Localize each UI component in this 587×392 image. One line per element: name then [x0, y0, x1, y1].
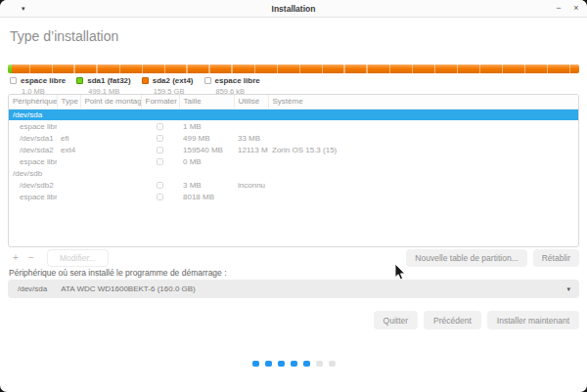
progress-dots — [0, 361, 587, 367]
chevron-down-icon: ▾ — [566, 285, 570, 293]
legend-label: sda2 (ext4) — [153, 76, 194, 85]
partition-toolbar: + − Modifier... Nouvelle table de partit… — [8, 249, 579, 267]
format-checkbox[interactable] — [157, 194, 163, 200]
boot-device-select[interactable]: /dev/sda ATA WDC WD1600BEKT-6 (160.0 GB)… — [8, 280, 579, 298]
legend-item: sda1 (fat32)499.1 MB — [76, 76, 130, 96]
table-row[interactable]: /dev/sda2ext4159540 MB12113 MBZorin OS 1… — [9, 144, 578, 155]
new-partition-table-button[interactable]: Nouvelle table de partition... — [406, 249, 526, 267]
table-row[interactable]: /dev/sdb — [9, 167, 578, 179]
revert-button[interactable]: Rétablir — [533, 249, 579, 267]
installer-window: ▾ Installation − × Type d’installation e… — [0, 0, 587, 392]
legend-item: espace libre1.0 MB — [10, 76, 66, 96]
column-header[interactable]: Périphérique — [9, 95, 57, 109]
format-checkbox[interactable] — [157, 147, 163, 153]
window-menu-icon[interactable]: ▾ — [22, 0, 25, 18]
table-row[interactable]: espace libre8018 MB — [9, 191, 578, 202]
progress-dot — [303, 361, 310, 367]
column-header[interactable]: Formater ? — [141, 95, 179, 109]
minimize-button[interactable]: − — [552, 0, 565, 18]
partition-segment — [12, 65, 579, 73]
legend-label: espace libre — [215, 76, 260, 85]
nav-buttons: Quitter Précédent Installer maintenant — [374, 311, 579, 329]
format-checkbox[interactable] — [157, 182, 163, 189]
window-title: Installation — [0, 4, 587, 14]
quit-button[interactable]: Quitter — [374, 311, 419, 329]
add-partition-button[interactable]: + — [8, 250, 23, 266]
legend-item: sda2 (ext4)159.5 GB — [142, 76, 194, 96]
close-button[interactable]: × — [569, 0, 583, 18]
install-now-button[interactable]: Installer maintenant — [487, 311, 579, 329]
titlebar: ▾ Installation − × — [0, 0, 587, 18]
page-title: Type d’installation — [10, 28, 118, 44]
table-row[interactable]: /dev/sdb23 MBinconnu — [9, 179, 578, 191]
back-button[interactable]: Précédent — [424, 311, 481, 329]
boot-device-value: /dev/sda — [18, 284, 47, 293]
boot-device-description: ATA WDC WD1600BEKT-6 (160.0 GB) — [61, 284, 196, 293]
column-header[interactable]: Utilisé — [234, 95, 268, 109]
table-header-row: PériphériqueTypePoint de montageFormater… — [9, 95, 578, 109]
edit-partition-button[interactable]: Modifier... — [47, 249, 109, 267]
legend-label: espace libre — [21, 76, 66, 85]
format-checkbox[interactable] — [157, 158, 163, 165]
progress-dot — [278, 361, 285, 367]
format-checkbox[interactable] — [157, 135, 163, 142]
progress-dot — [316, 361, 323, 367]
progress-dot — [329, 361, 336, 367]
legend-item: espace libre859.6 kB — [204, 76, 260, 96]
partitions-table[interactable]: PériphériqueTypePoint de montageFormater… — [8, 94, 579, 247]
partition-legend: espace libre1.0 MBsda1 (fat32)499.1 MBsd… — [10, 76, 260, 96]
legend-label: sda1 (fat32) — [87, 76, 130, 85]
progress-dot — [265, 361, 272, 367]
table-row[interactable]: /dev/sda — [9, 109, 578, 120]
remove-partition-button[interactable]: − — [23, 250, 39, 266]
progress-dot — [252, 361, 259, 367]
partition-bar — [8, 65, 579, 73]
progress-dot — [291, 361, 297, 367]
column-header[interactable]: Point de montage — [80, 95, 141, 109]
legend-color-swatch — [142, 77, 149, 84]
boot-device-label: Périphérique où sera installé le program… — [9, 268, 227, 278]
column-header[interactable]: Taille — [179, 95, 234, 109]
column-header[interactable]: Système — [268, 95, 578, 109]
table-row[interactable]: espace libre1 MB — [9, 120, 578, 132]
legend-color-swatch — [10, 77, 17, 84]
table-row[interactable]: espace libre0 MB — [9, 155, 578, 167]
legend-color-swatch — [204, 77, 211, 84]
column-header[interactable]: Type — [57, 95, 80, 109]
table-row[interactable]: /dev/sda1efi499 MB33 MB — [9, 132, 578, 144]
format-checkbox[interactable] — [157, 123, 163, 130]
legend-color-swatch — [76, 77, 83, 84]
